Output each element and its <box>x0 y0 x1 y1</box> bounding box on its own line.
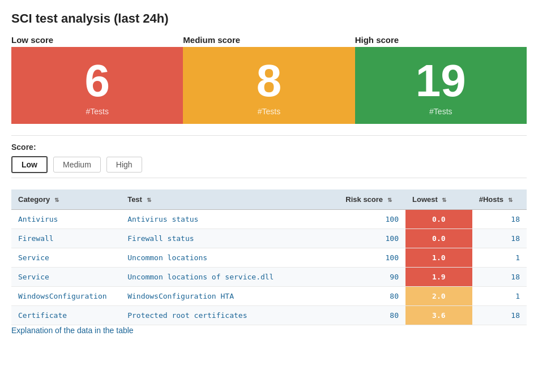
cell-risk-score: 80 <box>339 306 405 325</box>
high-score-label: High score <box>355 35 527 45</box>
cell-lowest: 2.0 <box>405 287 472 306</box>
low-score-card: 6 #Tests <box>11 47 183 124</box>
cell-lowest: 3.6 <box>405 306 472 325</box>
table-header-row: Category ⇅ Test ⇅ Risk score ⇅ Lowest ⇅ … <box>11 189 527 210</box>
filter-btn-high[interactable]: High <box>106 157 142 173</box>
score-cards: 6 #Tests 8 #Tests 19 #Tests <box>11 47 527 124</box>
sort-icon-test: ⇅ <box>147 197 151 203</box>
table-row: Firewall Firewall status 100 0.0 18 <box>11 229 527 248</box>
medium-score-sub: #Tests <box>258 107 280 116</box>
cell-hosts: 18 <box>472 306 527 325</box>
page-title: SCI test analysis (last 24h) <box>11 11 527 26</box>
cell-test: Antivirus status <box>121 210 339 229</box>
medium-score-label: Medium score <box>183 35 355 45</box>
cell-category: Service <box>11 248 121 268</box>
cell-risk-score: 100 <box>339 248 405 268</box>
cell-lowest: 1.0 <box>405 248 472 268</box>
cell-hosts: 1 <box>472 287 527 306</box>
cell-lowest: 1.9 <box>405 268 472 287</box>
filter-btn-medium[interactable]: Medium <box>53 157 101 173</box>
col-header-category[interactable]: Category ⇅ <box>11 189 121 210</box>
cell-risk-score: 80 <box>339 287 405 306</box>
filter-buttons: Low Medium High <box>11 156 527 173</box>
cell-category: Antivirus <box>11 210 121 229</box>
cell-hosts: 1 <box>472 248 527 268</box>
table-row: WindowsConfiguration WindowsConfiguratio… <box>11 287 527 306</box>
high-score-card: 19 #Tests <box>355 47 527 124</box>
cell-lowest: 0.0 <box>405 229 472 248</box>
sort-icon-category: ⇅ <box>54 197 59 203</box>
score-labels: Low score Medium score High score <box>11 35 527 45</box>
cell-test: Firewall status <box>121 229 339 248</box>
cell-category: Certificate <box>11 306 121 325</box>
filter-section: Score: Low Medium High <box>11 135 527 178</box>
cell-risk-score: 90 <box>339 268 405 287</box>
cell-risk-score: 100 <box>339 229 405 248</box>
filter-btn-low[interactable]: Low <box>11 156 48 173</box>
table-row: Antivirus Antivirus status 100 0.0 18 <box>11 210 527 229</box>
cell-category: WindowsConfiguration <box>11 287 121 306</box>
cell-lowest: 0.0 <box>405 210 472 229</box>
high-score-value: 19 <box>416 58 466 104</box>
filter-label: Score: <box>11 143 527 152</box>
table-row: Service Uncommon locations of service.dl… <box>11 268 527 287</box>
low-score-label: Low score <box>11 35 183 45</box>
col-header-lowest[interactable]: Lowest ⇅ <box>405 189 472 210</box>
cell-risk-score: 100 <box>339 210 405 229</box>
sort-icon-risk: ⇅ <box>387 197 392 203</box>
sort-icon-lowest: ⇅ <box>442 197 446 203</box>
cell-test: WindowsConfiguration HTA <box>121 287 339 306</box>
cell-test: Uncommon locations <box>121 248 339 268</box>
cell-test: Uncommon locations of service.dll <box>121 268 339 287</box>
table-row: Certificate Protected root certificates … <box>11 306 527 325</box>
medium-score-card: 8 #Tests <box>183 47 355 124</box>
low-score-sub: #Tests <box>86 107 108 116</box>
low-score-value: 6 <box>84 58 110 104</box>
cell-test: Protected root certificates <box>121 306 339 325</box>
col-header-hosts[interactable]: #Hosts ⇅ <box>472 189 527 210</box>
sort-icon-hosts: ⇅ <box>508 197 513 203</box>
col-header-risk[interactable]: Risk score ⇅ <box>339 189 405 210</box>
cell-hosts: 18 <box>472 229 527 248</box>
high-score-sub: #Tests <box>429 107 452 116</box>
cell-hosts: 18 <box>472 268 527 287</box>
col-header-test[interactable]: Test ⇅ <box>121 189 339 210</box>
data-table: Category ⇅ Test ⇅ Risk score ⇅ Lowest ⇅ … <box>11 189 527 325</box>
cell-category: Firewall <box>11 229 121 248</box>
table-row: Service Uncommon locations 100 1.0 1 <box>11 248 527 268</box>
medium-score-value: 8 <box>257 58 282 104</box>
cell-category: Service <box>11 268 121 287</box>
cell-hosts: 18 <box>472 210 527 229</box>
explanation-link[interactable]: Explanation of the data in the table <box>11 326 134 335</box>
